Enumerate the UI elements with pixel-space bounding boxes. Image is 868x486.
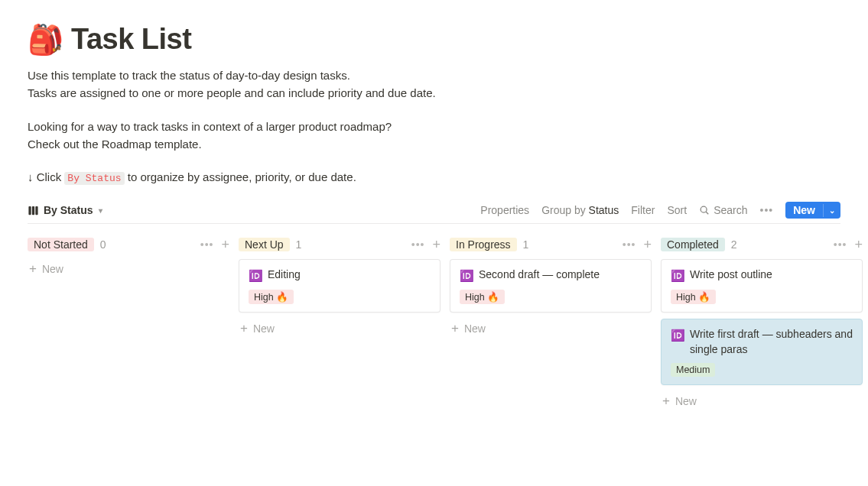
inline-code: By Status	[64, 172, 124, 185]
column-more-button[interactable]: •••	[834, 238, 847, 251]
desc-line: Looking for a way to track tasks in cont…	[28, 118, 840, 135]
search-icon	[699, 205, 710, 215]
add-card-button[interactable]: +New	[450, 319, 652, 338]
toolbar-actions: Properties Group by Status Filter Sort S…	[480, 202, 840, 219]
column-status-tag[interactable]: In Progress	[450, 238, 517, 251]
page-description[interactable]: Use this template to track the status of…	[28, 66, 840, 186]
add-card-button[interactable]: +New	[661, 391, 863, 410]
svg-point-3	[701, 206, 707, 212]
groupby-button[interactable]: Group by Status	[541, 204, 619, 216]
svg-line-4	[706, 212, 708, 214]
add-card-label: New	[675, 395, 697, 407]
svg-rect-1	[32, 206, 34, 215]
card-icon: 🆔	[671, 267, 685, 284]
search-button[interactable]: Search	[699, 204, 747, 216]
view-label: By Status	[44, 204, 93, 216]
plus-icon: +	[662, 394, 670, 407]
board-column-notstarted: Not Started0•••++New	[28, 238, 229, 278]
board-column-nextup: Next Up1•••+🆔EditingHigh 🔥+New	[239, 238, 441, 338]
card-icon: 🆔	[671, 327, 685, 343]
card-title: Editing	[268, 267, 301, 283]
card[interactable]: 🆔EditingHigh 🔥	[239, 259, 441, 313]
svg-rect-0	[28, 206, 31, 215]
filter-button[interactable]: Filter	[631, 204, 655, 216]
database-toolbar: By Status ▾ Properties Group by Status F…	[28, 202, 840, 224]
column-more-button[interactable]: •••	[200, 238, 214, 251]
desc-line: Use this template to track the status of…	[28, 66, 840, 84]
column-add-button[interactable]: +	[643, 238, 652, 251]
card[interactable]: 🆔Write first draft — subheaders and sing…	[661, 319, 863, 385]
chevron-down-icon[interactable]: ⌄	[823, 204, 840, 217]
column-add-button[interactable]: +	[432, 238, 441, 251]
add-card-label: New	[464, 322, 486, 335]
page-title[interactable]: Task List	[71, 23, 191, 56]
column-add-button[interactable]: +	[221, 238, 229, 251]
sort-button[interactable]: Sort	[667, 204, 687, 216]
priority-tag: Medium	[671, 363, 715, 377]
card[interactable]: 🆔Second draft — completeHigh 🔥	[450, 259, 652, 313]
add-card-button[interactable]: +New	[239, 319, 441, 338]
board-icon	[28, 205, 39, 216]
column-status-tag[interactable]: Not Started	[28, 238, 94, 251]
column-add-button[interactable]: +	[854, 238, 863, 251]
board-column-completed: Completed2•••+🆔Write post outlineHigh 🔥🆔…	[661, 238, 863, 410]
board-column-inprogress: In Progress1•••+🆔Second draft — complete…	[450, 238, 652, 338]
card-title: Write first draft — subheaders and singl…	[690, 327, 853, 357]
card-icon: 🆔	[460, 267, 474, 284]
priority-tag: High 🔥	[671, 290, 716, 304]
column-status-tag[interactable]: Completed	[661, 238, 725, 251]
desc-line: Tasks are assigned to one or more people…	[28, 84, 840, 102]
card-title: Second draft — complete	[479, 267, 600, 283]
add-card-label: New	[42, 263, 63, 275]
page-header: 🎒 Task List	[28, 23, 840, 56]
column-header: Next Up1•••+	[239, 238, 441, 251]
plus-icon: +	[451, 322, 459, 335]
column-header: In Progress1•••+	[450, 238, 652, 251]
priority-tag: High 🔥	[460, 290, 505, 304]
properties-button[interactable]: Properties	[480, 204, 529, 216]
plus-icon: +	[240, 322, 248, 335]
more-button[interactable]: •••	[759, 204, 773, 216]
card[interactable]: 🆔Write post outlineHigh 🔥	[661, 259, 863, 313]
column-count: 2	[731, 238, 737, 251]
new-button[interactable]: New ⌄	[785, 202, 840, 219]
desc-hint: ↓ Click By Status to organize by assigne…	[28, 168, 840, 186]
column-more-button[interactable]: •••	[623, 238, 636, 251]
chevron-down-icon: ▾	[99, 206, 102, 215]
column-more-button[interactable]: •••	[411, 238, 425, 251]
board: Not Started0•••++NewNext Up1•••+🆔Editing…	[28, 238, 840, 410]
column-status-tag[interactable]: Next Up	[239, 238, 290, 251]
card-icon: 🆔	[249, 267, 263, 284]
column-count: 1	[296, 238, 302, 251]
column-header: Completed2•••+	[661, 238, 863, 251]
priority-tag: High 🔥	[249, 290, 294, 304]
add-card-label: New	[253, 322, 275, 335]
plus-icon: +	[29, 262, 37, 275]
column-count: 1	[523, 238, 529, 251]
svg-rect-2	[35, 206, 37, 215]
column-header: Not Started0•••+	[28, 238, 229, 251]
add-card-button[interactable]: +New	[28, 259, 229, 278]
page-icon[interactable]: 🎒	[28, 25, 63, 54]
column-count: 0	[100, 238, 106, 251]
desc-line: Check out the Roadmap template.	[28, 135, 840, 153]
view-switcher[interactable]: By Status ▾	[28, 204, 102, 216]
card-title: Write post outline	[690, 267, 772, 283]
